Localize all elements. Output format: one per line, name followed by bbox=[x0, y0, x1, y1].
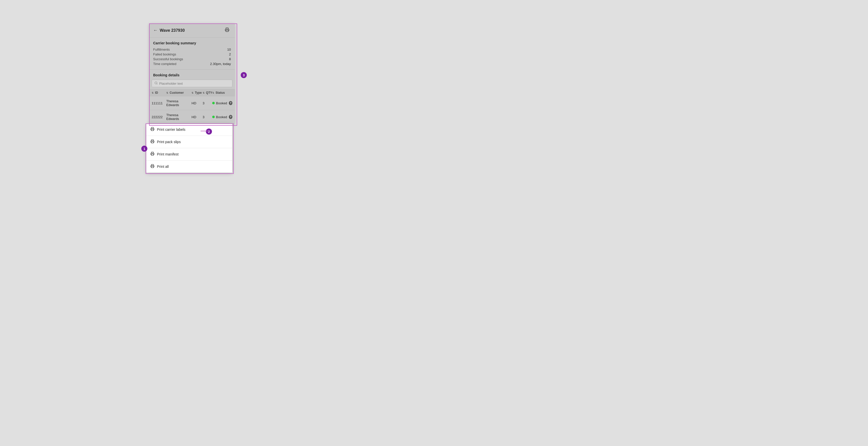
svg-rect-6 bbox=[151, 166, 153, 168]
time-completed-label: Time completed bbox=[153, 62, 176, 66]
print-pack-slips-label: Print pack slips bbox=[157, 140, 181, 144]
sort-icon-qty: ⇅ bbox=[203, 92, 205, 94]
failed-bookings-label: Failed bookings bbox=[153, 53, 176, 56]
status-dot-0 bbox=[212, 102, 215, 104]
svg-rect-5 bbox=[151, 154, 153, 155]
booking-details-section: Booking details Placeholder text ⇅ ID ⇅ … bbox=[149, 70, 235, 124]
summary-row-fulfillments: Fulfillments 10 bbox=[153, 47, 231, 52]
fulfillments-label: Fulfillments bbox=[153, 47, 170, 52]
print-pack-slips-item[interactable]: Print pack slips bbox=[146, 136, 232, 148]
col-header-customer: ⇅ Customer bbox=[166, 91, 191, 95]
print-all-label: Print all bbox=[157, 165, 169, 169]
help-icon-1[interactable]: ? bbox=[229, 115, 232, 119]
successful-bookings-value: 8 bbox=[229, 57, 231, 61]
col-header-type: ⇅ Type bbox=[191, 91, 203, 95]
cell-customer-0: Theresa Edwards bbox=[166, 99, 191, 107]
col-header-status: ⇅ Status bbox=[212, 91, 232, 95]
panel-header: ← Wave 237930 bbox=[149, 24, 235, 38]
cell-status-1: Booked ? bbox=[212, 115, 232, 119]
failed-bookings-value: 2 bbox=[229, 53, 231, 56]
print-carrier-labels-item[interactable]: Print carrier labels bbox=[146, 124, 232, 136]
printer-icon-carrier bbox=[150, 127, 154, 132]
summary-row-failed: Failed bookings 2 bbox=[153, 53, 231, 56]
table-header: ⇅ ID ⇅ Customer ⇅ Type ⇅ QTY ⇅ Status bbox=[149, 89, 235, 96]
search-bar[interactable]: Placeholder text bbox=[152, 80, 232, 87]
cell-qty-0: 3 bbox=[203, 101, 212, 105]
panel-title: Wave 237930 bbox=[160, 28, 185, 33]
print-carrier-labels-label: Print carrier labels bbox=[157, 128, 185, 132]
sort-icon-type: ⇅ bbox=[191, 92, 193, 94]
svg-line-2 bbox=[157, 84, 157, 84]
table-row[interactable]: 222222 Theresa Edwards HD 3 Booked ? bbox=[149, 110, 235, 124]
print-button[interactable] bbox=[223, 27, 231, 34]
cell-qty-1: 3 bbox=[203, 115, 212, 119]
cell-customer-1: Theresa Edwards bbox=[166, 113, 191, 121]
printer-icon-pack bbox=[150, 139, 154, 144]
carrier-summary-title: Carrier booking summary bbox=[153, 41, 231, 45]
sort-icon-status: ⇅ bbox=[212, 92, 214, 94]
cell-type-0: HD bbox=[191, 101, 203, 105]
cell-status-0: Booked ? bbox=[212, 101, 232, 105]
col-header-qty: ⇅ QTY bbox=[203, 91, 212, 95]
table-row[interactable]: 111111 Theresa Edwards HD 3 Booked ? bbox=[149, 96, 235, 110]
carrier-booking-summary: Carrier booking summary Fulfillments 10 … bbox=[149, 38, 235, 70]
col-header-id: ⇅ ID bbox=[152, 91, 166, 95]
booking-details-title: Booking details bbox=[149, 72, 235, 80]
svg-rect-3 bbox=[151, 129, 153, 131]
svg-rect-4 bbox=[151, 142, 153, 143]
sort-icon-customer: ⇅ bbox=[166, 92, 168, 94]
print-all-item[interactable]: Print all bbox=[146, 161, 232, 173]
cell-id-1: 222222 bbox=[152, 115, 166, 119]
status-dot-1 bbox=[212, 116, 215, 118]
printer-icon-manifest bbox=[150, 152, 154, 157]
annotation-badge-3: 3 bbox=[241, 72, 247, 78]
svg-rect-0 bbox=[226, 30, 228, 32]
help-icon-0[interactable]: ? bbox=[229, 101, 232, 105]
print-manifest-label: Print manifest bbox=[157, 152, 179, 156]
search-placeholder: Placeholder text bbox=[159, 82, 183, 85]
printer-icon-all bbox=[150, 164, 154, 169]
panel-header-left: ← Wave 237930 bbox=[153, 28, 185, 33]
annotation-badge-2: 2 bbox=[206, 129, 212, 135]
fulfillments-value: 10 bbox=[227, 47, 231, 52]
time-completed-value: 2.30pm, today bbox=[210, 62, 231, 66]
cell-id-0: 111111 bbox=[152, 101, 166, 105]
print-manifest-item[interactable]: Print manifest bbox=[146, 148, 232, 161]
successful-bookings-label: Successful bookings bbox=[153, 57, 183, 61]
main-panel: ← Wave 237930 Carrier booking summary Fu… bbox=[149, 24, 235, 124]
annotation-badge-1: 1 bbox=[141, 146, 147, 152]
annotation-line-2 bbox=[200, 131, 208, 131]
sort-icon-id: ⇅ bbox=[152, 92, 154, 94]
search-icon bbox=[154, 81, 158, 85]
summary-row-time: Time completed 2.30pm, today bbox=[153, 62, 231, 66]
back-button[interactable]: ← bbox=[153, 28, 158, 33]
print-dropdown: Print carrier labels Print pack slips Pr… bbox=[146, 124, 232, 173]
summary-row-successful: Successful bookings 8 bbox=[153, 57, 231, 61]
cell-type-1: HD bbox=[191, 115, 203, 119]
